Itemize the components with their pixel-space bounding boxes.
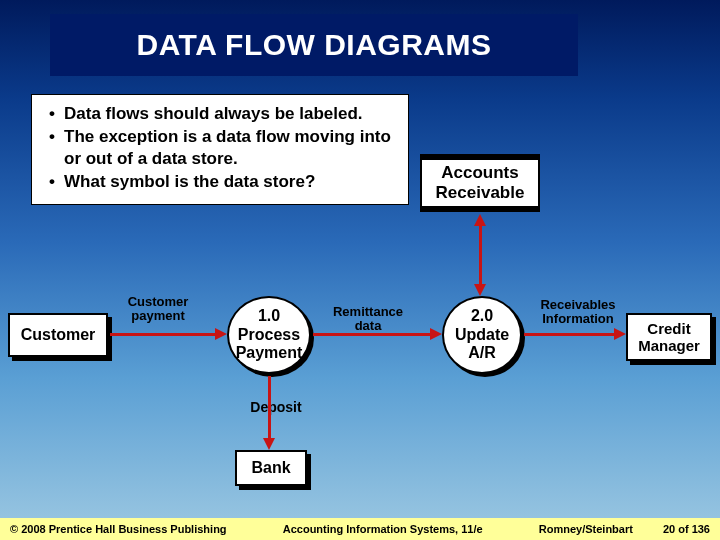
slide-title: DATA FLOW DIAGRAMS (136, 28, 491, 62)
entity-label: Customer (21, 326, 96, 344)
footer-copyright: © 2008 Prentice Hall Business Publishing (10, 523, 227, 535)
bullet-item: • What symbol is the data store? (40, 171, 400, 192)
flow-label-deposit: Deposit (246, 400, 306, 415)
footer-book: Accounting Information Systems, 11/e (227, 523, 539, 535)
arrow-line (268, 376, 271, 438)
entity-label: Credit Manager (628, 320, 710, 355)
process-number: 2.0 (471, 307, 493, 325)
entity-bank: Bank (235, 450, 307, 486)
arrow-head-icon (474, 214, 486, 226)
arrow-head-icon (430, 328, 442, 340)
entity-label: Bank (251, 459, 290, 477)
footer-authors: Romney/Steinbart (539, 523, 633, 535)
bullet-dot-icon: • (40, 126, 64, 169)
arrow-line (313, 333, 430, 336)
slide-title-bar: DATA FLOW DIAGRAMS (50, 14, 578, 76)
entity-credit-manager: Credit Manager (626, 313, 712, 361)
process-number: 1.0 (258, 307, 280, 325)
entity-customer: Customer (8, 313, 108, 357)
process-2: 2.0 Update A/R (442, 296, 522, 374)
bullet-callout-box: • Data flows should always be labeled. •… (31, 94, 409, 205)
arrow-head-icon (614, 328, 626, 340)
datastore-label: Accounts Receivable (422, 163, 538, 202)
bullet-item: • Data flows should always be labeled. (40, 103, 400, 124)
flow-label-remittance-data: Remittance data (323, 305, 413, 334)
process-label: Process Payment (229, 326, 309, 363)
arrow-line (110, 333, 215, 336)
datastore-accounts-receivable: Accounts Receivable (420, 158, 540, 208)
arrow-line (479, 226, 482, 284)
process-label: Update A/R (444, 326, 520, 363)
arrow-head-icon (263, 438, 275, 450)
arrow-head-icon (474, 284, 486, 296)
slide-footer: © 2008 Prentice Hall Business Publishing… (0, 518, 720, 540)
bullet-text: Data flows should always be labeled. (64, 103, 400, 124)
flow-label-customer-payment: Customer payment (118, 295, 198, 324)
process-1: 1.0 Process Payment (227, 296, 311, 374)
arrow-head-icon (215, 328, 227, 340)
bullet-dot-icon: • (40, 171, 64, 192)
bullet-item: • The exception is a data flow moving in… (40, 126, 400, 169)
flow-label-receivables-info: Receivables Information (533, 298, 623, 327)
bullet-text: What symbol is the data store? (64, 171, 400, 192)
arrow-line (524, 333, 614, 336)
bullet-dot-icon: • (40, 103, 64, 124)
footer-page: 20 of 136 (663, 523, 710, 535)
bullet-text: The exception is a data flow moving into… (64, 126, 400, 169)
